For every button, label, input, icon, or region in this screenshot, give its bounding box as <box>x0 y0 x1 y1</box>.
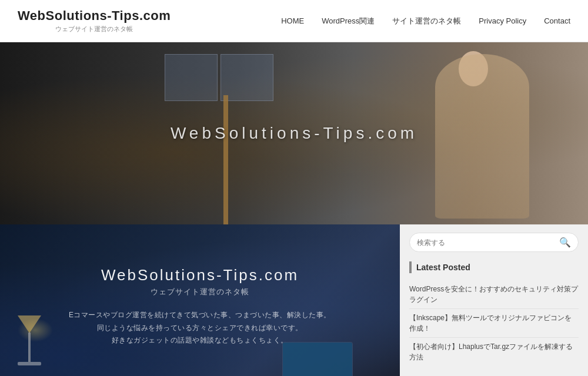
search-box[interactable]: 🔍 <box>409 233 579 252</box>
featured-desc-line2: 同じような悩みを持っている方々とシェアできれば幸いです。 <box>69 322 331 335</box>
latest-item[interactable]: 【初心者向け】LhaplusでTar.gzファイルを解凍する方法 <box>409 338 579 366</box>
search-input[interactable] <box>417 239 559 247</box>
site-title[interactable]: WebSolutions-Tips.com <box>18 8 171 24</box>
latest-posted-box: WordPressを安全に！おすすめのセキュリティ対策プラグイン 【Inksca… <box>409 280 579 366</box>
site-branding: WebSolutions-Tips.com ウェブサイト運営のネタ帳 <box>18 8 171 33</box>
featured-tagline: ウェブサイト運営のネタ帳 <box>151 287 249 297</box>
nav-contact[interactable]: Contact <box>544 16 570 25</box>
hero-person <box>435 54 529 219</box>
hero-window-right <box>220 54 273 101</box>
featured-post: WebSolutions-Tips.com ウェブサイト運営のネタ帳 Eコマース… <box>0 224 400 376</box>
latest-item[interactable]: 【Inkscape】無料ツールでオリジナルファビコンを作成！ <box>409 309 579 338</box>
featured-desc-line3: 好きなガジェットの話題や雑談などもちょくちょく。 <box>69 334 331 347</box>
featured-text: WebSolutions-Tips.com ウェブサイト運営のネタ帳 Eコマース… <box>0 224 400 376</box>
hero-window-left <box>165 54 218 101</box>
site-tagline: ウェブサイト運営のネタ帳 <box>18 25 171 33</box>
latest-posted-section: Latest Posted WordPressを安全に！おすすめのセキュリティ対… <box>409 261 579 366</box>
featured-description: Eコマースやブログ運営を続けてきて気づいた事、つまづいた事、解決した事。 同じよ… <box>69 309 331 347</box>
search-icon[interactable]: 🔍 <box>559 237 571 248</box>
latest-posted-header: Latest Posted <box>409 261 579 273</box>
latest-posted-bar <box>409 261 412 273</box>
latest-posted-title: Latest Posted <box>416 263 470 272</box>
main-content: WebSolutions-Tips.com ウェブサイト運営のネタ帳 Eコマース… <box>0 224 588 376</box>
featured-desc-line1: Eコマースやブログ運営を続けてきて気づいた事、つまづいた事、解決した事。 <box>69 309 331 322</box>
featured-site-title: WebSolutions-Tips.com <box>101 266 299 284</box>
latest-item[interactable]: WordPressを安全に！おすすめのセキュリティ対策プラグイン <box>409 280 579 309</box>
hero-text: WebSolutions-Tips.com <box>171 124 417 143</box>
sidebar: 🔍 Latest Posted WordPressを安全に！おすすめのセキュリテ… <box>400 224 588 376</box>
nav-home[interactable]: HOME <box>281 16 304 25</box>
site-header: WebSolutions-Tips.com ウェブサイト運営のネタ帳 HOME … <box>0 0 588 42</box>
nav-wordpress[interactable]: WordPress関連 <box>322 16 375 26</box>
hero-section: WebSolutions-Tips.com <box>0 42 588 224</box>
main-nav: HOME WordPress関連 サイト運営のネタ帳 Privacy Polic… <box>281 16 570 26</box>
hero-door-bar <box>223 95 228 224</box>
nav-neta[interactable]: サイト運営のネタ帳 <box>392 16 461 26</box>
nav-privacy[interactable]: Privacy Policy <box>479 16 526 25</box>
